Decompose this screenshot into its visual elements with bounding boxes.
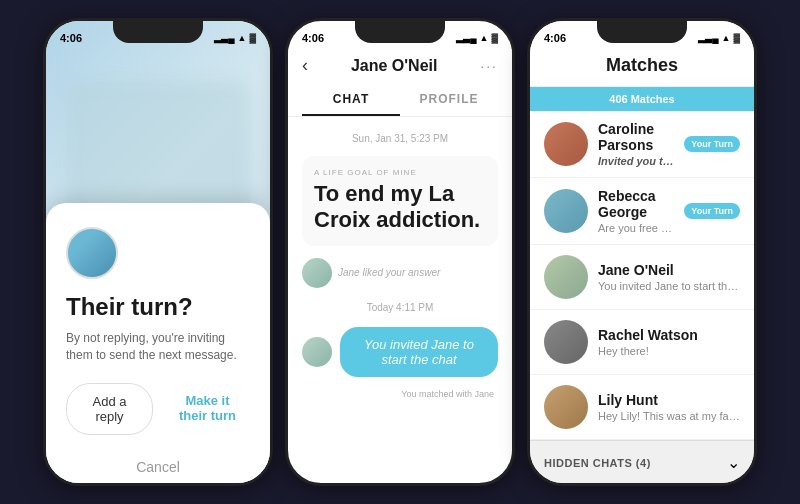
phone-3: 4:06 ▂▃▄ ▲ ▓ Matches 406 Matches Carolin… <box>527 18 757 486</box>
match-item-rachel[interactable]: Rachel Watson Hey there! <box>530 310 754 375</box>
tab-chat[interactable]: CHAT <box>302 84 400 116</box>
invite-bubble: You invited Jane to start the chat <box>340 327 498 377</box>
avatar-rachel <box>544 320 588 364</box>
match-item-caroline[interactable]: Caroline Parsons Invited you to start th… <box>530 111 754 178</box>
modal-description: By not replying, you're inviting them to… <box>66 330 250 364</box>
match-info-rachel: Rachel Watson Hey there! <box>598 327 740 357</box>
life-goal-card: A LIFE GOAL OF MINE To end my La Croix a… <box>302 156 498 246</box>
modal-avatar <box>66 227 118 279</box>
match-name: Rebecca George <box>598 188 674 220</box>
avatar-rebecca <box>544 189 588 233</box>
match-preview: Hey there! <box>598 345 740 357</box>
liked-row: Jane liked your answer <box>302 258 498 288</box>
today-label: Today 4:11 PM <box>302 302 498 313</box>
their-turn-modal: Their turn? By not replying, you're invi… <box>46 203 270 483</box>
signal-icon: ▂▃▄ <box>698 33 718 43</box>
hidden-chats-label: HIDDEN CHATS (4) <box>544 457 651 469</box>
matched-label: You matched with Jane <box>302 389 498 399</box>
match-name: Jane O'Neil <box>598 262 740 278</box>
notch <box>355 21 445 43</box>
phone-2: 4:06 ▂▃▄ ▲ ▓ ‹ Jane O'Neil ··· CHAT PROF… <box>285 18 515 486</box>
match-item-jane[interactable]: Jane O'Neil You invited Jane to start th… <box>530 245 754 310</box>
match-preview: Invited you to start the chat. <box>598 155 674 167</box>
battery-icon: ▓ <box>249 33 256 43</box>
your-turn-badge: Your Turn <box>684 136 740 152</box>
battery-icon: ▓ <box>491 33 498 43</box>
avatar-caroline <box>544 122 588 166</box>
matches-header: Matches <box>530 49 754 87</box>
match-preview: Are you free Sunday afternoon? <box>598 222 674 234</box>
invite-bubble-row: You invited Jane to start the chat <box>302 327 498 377</box>
notch <box>113 21 203 43</box>
chat-body: Sun, Jan 31, 5:23 PM A LIFE GOAL OF MINE… <box>288 117 512 477</box>
status-icons: ▂▃▄ ▲ ▓ <box>456 33 498 43</box>
avatar-image <box>68 229 116 277</box>
notch <box>597 21 687 43</box>
wifi-icon: ▲ <box>480 33 489 43</box>
time: 4:06 <box>544 32 566 44</box>
tab-profile[interactable]: PROFILE <box>400 84 498 116</box>
status-icons: ▂▃▄ ▲ ▓ <box>214 33 256 43</box>
match-name: Lily Hunt <box>598 392 740 408</box>
make-their-turn-button[interactable]: Make it their turn <box>165 383 250 435</box>
avatar-lily <box>544 385 588 429</box>
signal-icon: ▂▃▄ <box>456 33 476 43</box>
match-item-rebecca[interactable]: Rebecca George Are you free Sunday after… <box>530 178 754 245</box>
phone-1: 4:06 ▂▃▄ ▲ ▓ Their turn? By not replying… <box>43 18 273 486</box>
match-name: Rachel Watson <box>598 327 740 343</box>
match-info-jane: Jane O'Neil You invited Jane to start th… <box>598 262 740 292</box>
status-icons: ▂▃▄ ▲ ▓ <box>698 33 740 43</box>
match-item-lily[interactable]: Lily Hunt Hey Lily! This was at my famil… <box>530 375 754 440</box>
jane-avatar-small <box>302 337 332 367</box>
chevron-down-icon: ⌄ <box>727 453 740 472</box>
modal-title: Their turn? <box>66 293 250 322</box>
signal-icon: ▂▃▄ <box>214 33 234 43</box>
life-goal-tag: A LIFE GOAL OF MINE <box>314 168 486 177</box>
wifi-icon: ▲ <box>722 33 731 43</box>
modal-action-buttons: Add a reply Make it their turn <box>66 383 250 435</box>
match-preview: Hey Lily! This was at my family's beac..… <box>598 410 740 422</box>
add-reply-button[interactable]: Add a reply <box>66 383 153 435</box>
contact-name: Jane O'Neil <box>351 57 438 75</box>
avatar-jane <box>544 255 588 299</box>
hidden-chats-bar[interactable]: HIDDEN CHATS (4) ⌄ <box>530 440 754 484</box>
battery-icon: ▓ <box>733 33 740 43</box>
matches-title: Matches <box>606 55 678 75</box>
match-list: Caroline Parsons Invited you to start th… <box>530 111 754 440</box>
match-preview: You invited Jane to start the chat. <box>598 280 740 292</box>
more-options-button[interactable]: ··· <box>480 58 498 74</box>
match-info-caroline: Caroline Parsons Invited you to start th… <box>598 121 674 167</box>
matches-count: 406 Matches <box>609 93 674 105</box>
chat-header: ‹ Jane O'Neil ··· <box>288 49 512 84</box>
your-turn-badge: Your Turn <box>684 203 740 219</box>
wifi-icon: ▲ <box>238 33 247 43</box>
time: 4:06 <box>302 32 324 44</box>
time: 4:06 <box>60 32 82 44</box>
life-goal-text: To end my La Croix addiction. <box>314 181 486 234</box>
match-name: Caroline Parsons <box>598 121 674 153</box>
jane-avatar <box>302 258 332 288</box>
back-button[interactable]: ‹ <box>302 55 308 76</box>
chat-tabs: CHAT PROFILE <box>288 84 512 117</box>
liked-label: Jane liked your answer <box>338 267 440 278</box>
date-label: Sun, Jan 31, 5:23 PM <box>302 133 498 144</box>
match-info-rebecca: Rebecca George Are you free Sunday after… <box>598 188 674 234</box>
match-info-lily: Lily Hunt Hey Lily! This was at my famil… <box>598 392 740 422</box>
matches-count-bar: 406 Matches <box>530 87 754 111</box>
cancel-button[interactable]: Cancel <box>66 449 250 485</box>
